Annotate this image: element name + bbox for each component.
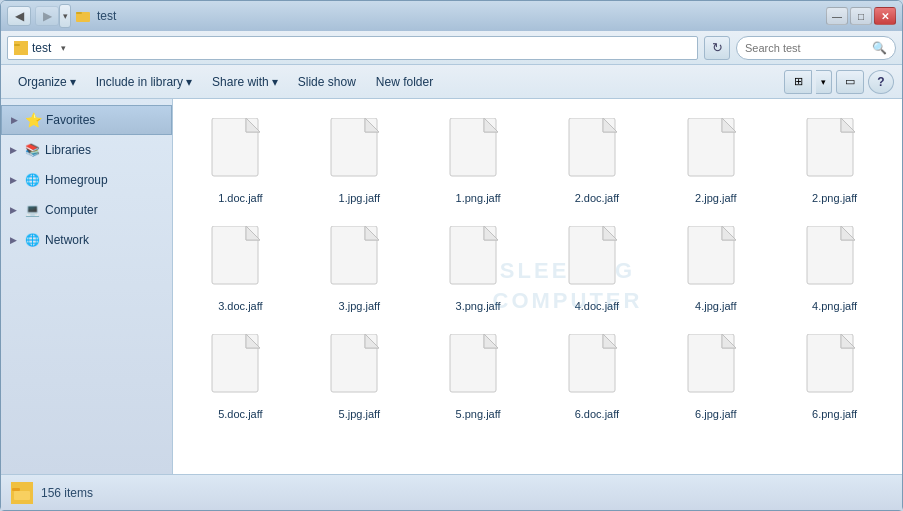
file-item[interactable]: 6.doc.jaff	[542, 327, 653, 427]
status-bar: 156 items	[1, 474, 902, 510]
window-title: test	[97, 9, 822, 23]
file-name: 5.png.jaff	[456, 408, 501, 420]
expand-icon: ▶	[7, 174, 19, 186]
expand-icon: ▶	[7, 204, 19, 216]
search-box: 🔍	[736, 36, 896, 60]
close-button[interactable]: ✕	[874, 7, 896, 25]
file-item[interactable]: 1.jpg.jaff	[304, 111, 415, 211]
organize-dropdown-icon: ▾	[70, 75, 76, 89]
nav-label-libraries: Libraries	[45, 143, 166, 157]
nav-label-homegroup: Homegroup	[45, 173, 166, 187]
file-icon	[686, 226, 746, 296]
file-icon	[567, 226, 627, 296]
file-item[interactable]: 1.doc.jaff	[185, 111, 296, 211]
view-button[interactable]: ⊞	[784, 70, 812, 94]
back-button[interactable]: ◀	[7, 6, 31, 26]
refresh-button[interactable]: ↻	[704, 36, 730, 60]
file-item[interactable]: 4.png.jaff	[779, 219, 890, 319]
file-name: 3.png.jaff	[456, 300, 501, 312]
network-icon: 🌐	[23, 231, 41, 249]
file-item[interactable]: 3.jpg.jaff	[304, 219, 415, 319]
share-dropdown-icon: ▾	[272, 75, 278, 89]
view-dropdown[interactable]: ▾	[816, 70, 832, 94]
file-name: 2.jpg.jaff	[695, 192, 736, 204]
file-name: 6.doc.jaff	[575, 408, 619, 420]
nav-item-favorites[interactable]: ▶ ⭐ Favorites	[1, 105, 172, 135]
file-icon	[686, 334, 746, 404]
file-icon	[448, 226, 508, 296]
file-icon	[567, 334, 627, 404]
title-bar: ◀ ▶ ▾ test — □ ✕	[1, 1, 902, 31]
breadcrumb[interactable]: test ▾	[7, 36, 698, 60]
file-icon	[448, 118, 508, 188]
search-input[interactable]	[745, 42, 868, 54]
svg-rect-1	[76, 12, 82, 14]
file-item[interactable]: 5.png.jaff	[423, 327, 534, 427]
expand-icon: ▶	[7, 234, 19, 246]
file-icon	[210, 226, 270, 296]
help-button[interactable]: ?	[868, 70, 894, 94]
file-item[interactable]: 2.doc.jaff	[542, 111, 653, 211]
address-bar: test ▾ ↻ 🔍	[1, 31, 902, 65]
file-name: 5.doc.jaff	[218, 408, 262, 420]
file-icon	[805, 334, 865, 404]
file-item[interactable]: 5.jpg.jaff	[304, 327, 415, 427]
nav-label-network: Network	[45, 233, 166, 247]
favorites-icon: ⭐	[24, 111, 42, 129]
new-folder-button[interactable]: New folder	[367, 69, 442, 95]
file-name: 3.jpg.jaff	[339, 300, 380, 312]
file-item[interactable]: 3.png.jaff	[423, 219, 534, 319]
file-item[interactable]: 6.jpg.jaff	[660, 327, 771, 427]
breadcrumb-path: test	[32, 41, 51, 55]
file-icon	[686, 118, 746, 188]
share-with-label: Share with	[212, 75, 269, 89]
organize-label: Organize	[18, 75, 67, 89]
svg-rect-3	[14, 44, 20, 46]
nav-dropdown[interactable]: ▾	[59, 4, 71, 28]
forward-button[interactable]: ▶	[35, 6, 59, 26]
file-icon	[210, 118, 270, 188]
file-icon	[329, 334, 389, 404]
organize-button[interactable]: Organize ▾	[9, 69, 85, 95]
preview-button[interactable]: ▭	[836, 70, 864, 94]
file-area[interactable]: SLEEPING COMPUTER 1.doc.jaff 1.jpg.jaff …	[173, 99, 902, 474]
slide-show-label: Slide show	[298, 75, 356, 89]
maximize-button[interactable]: □	[850, 7, 872, 25]
file-icon	[210, 334, 270, 404]
file-item[interactable]: 2.png.jaff	[779, 111, 890, 211]
search-icon[interactable]: 🔍	[872, 41, 887, 55]
file-icon	[805, 118, 865, 188]
folder-icon	[75, 8, 91, 24]
file-name: 3.doc.jaff	[218, 300, 262, 312]
file-name: 5.jpg.jaff	[339, 408, 380, 420]
share-with-button[interactable]: Share with ▾	[203, 69, 287, 95]
file-item[interactable]: 2.jpg.jaff	[660, 111, 771, 211]
status-text: 156 items	[41, 486, 93, 500]
file-item[interactable]: 4.jpg.jaff	[660, 219, 771, 319]
file-item[interactable]: 5.doc.jaff	[185, 327, 296, 427]
file-name: 2.png.jaff	[812, 192, 857, 204]
file-icon	[448, 334, 508, 404]
file-item[interactable]: 6.png.jaff	[779, 327, 890, 427]
nav-item-homegroup[interactable]: ▶ 🌐 Homegroup	[1, 165, 172, 195]
expand-icon: ▶	[7, 144, 19, 156]
expand-icon: ▶	[8, 114, 20, 126]
nav-label-favorites: Favorites	[46, 113, 165, 127]
file-name: 1.jpg.jaff	[339, 192, 380, 204]
file-item[interactable]: 1.png.jaff	[423, 111, 534, 211]
file-name: 1.doc.jaff	[218, 192, 262, 204]
file-item[interactable]: 4.doc.jaff	[542, 219, 653, 319]
file-item[interactable]: 3.doc.jaff	[185, 219, 296, 319]
status-folder-icon	[11, 482, 33, 504]
file-name: 4.doc.jaff	[575, 300, 619, 312]
breadcrumb-dropdown[interactable]: ▾	[55, 38, 71, 58]
include-dropdown-icon: ▾	[186, 75, 192, 89]
minimize-button[interactable]: —	[826, 7, 848, 25]
nav-item-libraries[interactable]: ▶ 📚 Libraries	[1, 135, 172, 165]
nav-item-computer[interactable]: ▶ 💻 Computer	[1, 195, 172, 225]
toolbar: Organize ▾ Include in library ▾ Share wi…	[1, 65, 902, 99]
computer-icon: 💻	[23, 201, 41, 219]
include-in-library-button[interactable]: Include in library ▾	[87, 69, 201, 95]
slide-show-button[interactable]: Slide show	[289, 69, 365, 95]
nav-item-network[interactable]: ▶ 🌐 Network	[1, 225, 172, 255]
